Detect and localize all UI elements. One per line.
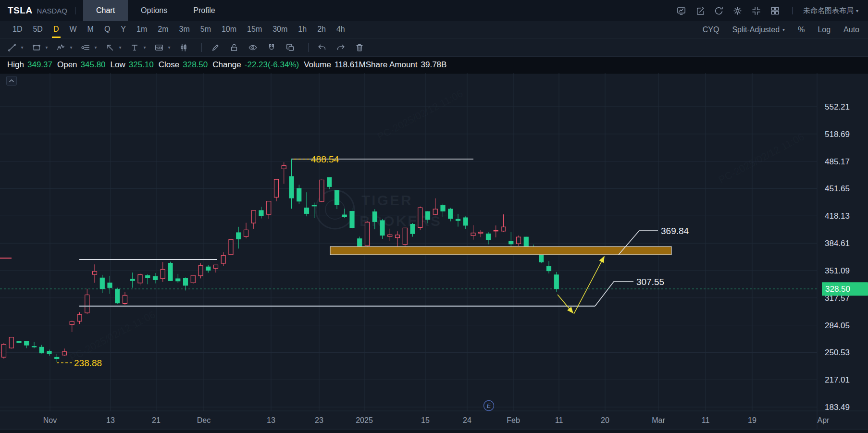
toolbar-divider [201,43,202,52]
arrow-mark-tool[interactable] [103,40,117,55]
timeframe-d[interactable]: D [48,21,64,38]
chart-preview-icon[interactable] [672,3,691,18]
candle-body [100,278,104,289]
candle-body [251,210,256,223]
candle-body [479,232,483,233]
trend-line-tool-dropdown[interactable]: ▾ [19,45,25,50]
candle-body [70,322,74,324]
main-tabs: ChartOptionsProfile [83,0,228,21]
tab-chart[interactable]: Chart [83,0,128,21]
candle-pattern-tool[interactable] [176,40,191,55]
gann-tool-dropdown[interactable]: ▾ [93,45,99,50]
pane-collapse-button[interactable] [6,76,17,86]
chart-option-log[interactable]: Log [818,25,831,34]
show-drawings-button[interactable] [246,40,260,55]
time-axis-label: Apr [818,416,830,424]
shape-tool-group: ▾ [29,40,50,55]
symbol-ticker[interactable]: TSLA [8,5,33,16]
candle-body [396,235,400,238]
tab-profile[interactable]: Profile [180,0,228,21]
timeframe-10m[interactable]: 10m [216,21,242,38]
divider [792,7,793,14]
time-axis-label: 21 [152,416,161,424]
arrow-mark-tool-dropdown[interactable]: ▾ [117,45,123,50]
redo-button[interactable] [334,40,348,55]
target-lower-callout-line [595,282,633,306]
candle-body [198,266,203,276]
candle-body [441,205,445,211]
text-tool[interactable] [127,40,142,55]
numbers-tool[interactable] [152,40,166,55]
brush-tool[interactable] [208,40,223,55]
timeframe-2m[interactable]: 2m [152,21,174,38]
candle-body [388,235,392,236]
price-chart[interactable]: TIGERBROKERSPC-2025/02/12 11:06PC-2025/0… [0,73,868,433]
timeframe-1d[interactable]: 1D [7,21,27,38]
info-label-volume: Volume [304,60,331,70]
supply-zone-rect[interactable] [330,247,671,255]
settings-gear-icon[interactable] [728,3,747,18]
timeframe-m[interactable]: M [82,21,99,38]
tab-options[interactable]: Options [128,0,180,21]
undo-button[interactable] [315,40,329,55]
chevron-up-icon [9,79,14,83]
candle-body [456,219,460,221]
timeframe-y[interactable]: Y [115,21,131,38]
timeframe-2h[interactable]: 2h [312,21,331,38]
timeframe-4h[interactable]: 4h [331,21,350,38]
candle-body [176,279,180,281]
timeframe-1h[interactable]: 1h [293,21,312,38]
candle-body [426,211,430,219]
numbers-tool-dropdown[interactable]: ▾ [166,45,172,50]
ohlc-info-bar: High349.37Open345.80Low325.10Close328.50… [0,57,868,74]
candle-body [486,234,491,240]
text-tool-dropdown[interactable]: ▾ [142,45,148,50]
timeframe-w[interactable]: W [64,21,82,38]
chart-options-group: CYQSplit-Adjusted▾%LogAuto [703,25,868,34]
timeframe-list: 1D5DDWMQY1m2m3m5m10m15m30m1h2h4h [0,21,350,38]
time-axis-label: Mar [652,416,665,424]
candle-body [146,275,150,278]
candle-body [471,233,475,235]
price-axis-label: 284.05 [825,321,850,330]
timeframe-5m[interactable]: 5m [195,21,216,38]
timeframe-1m[interactable]: 1m [131,21,152,38]
candle-body [55,357,59,359]
time-axis-label: 11 [702,416,710,424]
candle-body [206,267,211,270]
refresh-icon[interactable] [709,3,728,18]
magnet-mode-button[interactable] [264,40,279,55]
chart-option-cyq[interactable]: CYQ [703,25,719,34]
chart-option--[interactable]: % [798,25,805,34]
layout-selector[interactable]: 未命名图表布局 ▾ [800,6,861,16]
multi-chart-layout-icon[interactable] [766,3,784,18]
shape-tool[interactable] [29,40,44,55]
info-value-change: -22.23(-6.34%) [245,60,299,70]
target-lower-callout: 307.55 [636,277,664,287]
gann-tool[interactable] [78,40,93,55]
chart-option-auto[interactable]: Auto [843,25,859,34]
timeframe-q[interactable]: Q [99,21,115,38]
trend-line-tool[interactable] [5,40,19,55]
wave-tool-dropdown[interactable]: ▾ [68,45,74,50]
timeframe-bar: 1D5DDWMQY1m2m3m5m10m15m30m1h2h4h CYQSpli… [0,21,868,38]
chart-option-split-adjusted[interactable]: Split-Adjusted▾ [732,25,785,34]
time-axis-label: 24 [463,416,471,424]
candle-body [9,337,13,348]
timeframe-15m[interactable]: 15m [242,21,267,38]
arrow-mark-tool-group: ▾ [103,40,123,55]
delete-drawing-button[interactable] [352,40,367,55]
lock-drawings-button[interactable] [227,40,241,55]
timeframe-3m[interactable]: 3m [174,21,195,38]
time-axis-label: 13 [106,416,115,424]
edit-layout-icon[interactable] [691,3,709,18]
chevron-down-icon: ▾ [782,27,785,32]
candle-body [17,342,21,343]
shape-tool-dropdown[interactable]: ▾ [44,45,50,50]
wave-tool[interactable] [54,40,68,55]
timeframe-5d[interactable]: 5D [27,21,48,38]
clone-drawing-button[interactable] [283,40,298,55]
chart-option-label: % [798,25,805,34]
collapse-panels-icon[interactable] [747,3,766,18]
timeframe-30m[interactable]: 30m [267,21,293,38]
